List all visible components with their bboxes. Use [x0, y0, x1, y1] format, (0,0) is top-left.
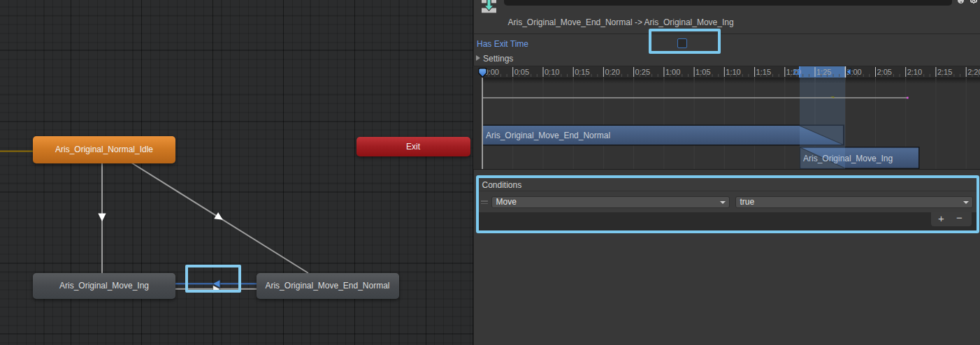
svg-text:0:15: 0:15	[575, 68, 589, 76]
svg-text:1:25: 1:25	[816, 68, 831, 76]
svg-text:2:15: 2:15	[937, 68, 952, 76]
svg-text:0:20: 0:20	[605, 68, 619, 76]
svg-text:Aris_Original_Move_End_Normal: Aris_Original_Move_End_Normal	[486, 131, 610, 140]
svg-text:0:05: 0:05	[514, 68, 529, 76]
svg-text:2:05: 2:05	[877, 68, 892, 76]
svg-text:2:10: 2:10	[907, 68, 922, 76]
svg-text:0:10: 0:10	[545, 68, 559, 76]
svg-text:1:15: 1:15	[756, 68, 771, 76]
svg-text:1:05: 1:05	[696, 68, 710, 76]
svg-text:1:10: 1:10	[726, 68, 740, 76]
svg-text:1:00: 1:00	[665, 68, 680, 76]
svg-text:0:25: 0:25	[635, 68, 650, 76]
